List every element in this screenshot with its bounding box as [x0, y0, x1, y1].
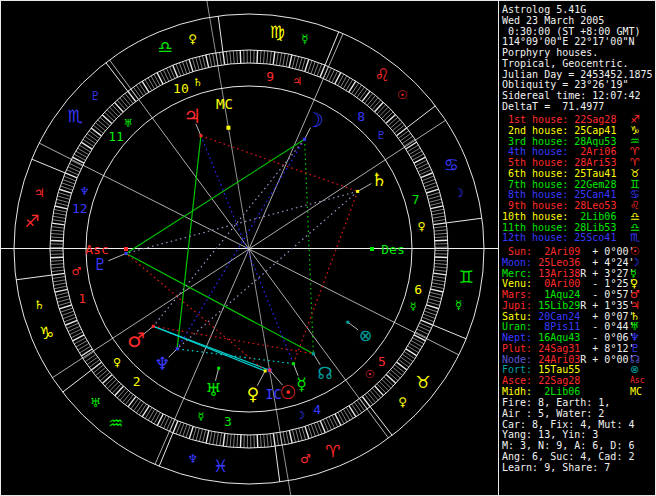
- summary-line: Learn: 9, Share: 7: [502, 463, 610, 473]
- sign-glyph-scorpio: ♏: [68, 106, 83, 126]
- house-ruler-glyph-neptune: ♆: [80, 185, 90, 198]
- axis-label-des: Des: [381, 242, 404, 257]
- planet-glyph-mercury: ☿: [296, 374, 306, 394]
- summary-line: Ang: 6, Suc: 4, Cad: 2: [502, 452, 634, 462]
- chart-wheel[interactable]: ♈♂♉♀♊☿♋☽♌☉♍☿♎♀♏♇♐♃♑♄♒♅♓♆1♂2♀3☿4☽5☉6☿7♀8♇…: [1, 1, 498, 496]
- planet-dot-node: [312, 352, 315, 355]
- planet-glyph-node: ☊: [317, 363, 332, 383]
- axis-label-mc: MC: [216, 96, 233, 112]
- planet-dot-venus: [264, 369, 267, 372]
- house-number-10: 10: [173, 81, 189, 96]
- degree-tick: [435, 257, 448, 258]
- house-number-7: 7: [412, 192, 420, 207]
- axis-label-asc: Asc: [85, 242, 108, 257]
- planet-dot-saturn: [356, 190, 359, 193]
- header-line: Wed 23 March 2005: [502, 16, 604, 26]
- planet-dot-moon: [303, 138, 306, 141]
- planet-glyph-mars: ♂: [127, 328, 145, 352]
- degree-tick: [257, 435, 258, 448]
- planet-row: Uran: 8Pis11 - 0°44': [502, 322, 634, 332]
- house-row: 10th house: 2Lib06: [502, 212, 616, 222]
- sign-glyph-taurus: ♉: [415, 372, 430, 392]
- sign-ruler-glyph-jupiter: ♃: [34, 186, 45, 200]
- house-row: 8th house: 25Can41: [502, 190, 616, 200]
- sign-ruler-glyph-uranus: ♅: [90, 396, 101, 410]
- header-line: Tropical, Geocentric.: [502, 59, 628, 69]
- sign-glyph-pisces: ♓: [213, 456, 228, 476]
- sign-glyph-cancer: ♋: [444, 155, 459, 175]
- planet-glyph-neptune: ♆: [154, 353, 170, 374]
- planet-glyph-saturn: ♄: [371, 169, 387, 190]
- des-dot: [370, 247, 374, 251]
- house-number-8: 8: [357, 109, 365, 124]
- house-ruler-glyph-mercury: ☿: [410, 300, 417, 313]
- house-row: 2nd house: 25Cap41: [502, 126, 616, 136]
- planet-row: Venu: 0Ari00 - 1°25': [502, 279, 634, 289]
- header-line: 114°09'00"E 22°17'00"N: [502, 37, 634, 47]
- house-number-3: 3: [224, 414, 232, 429]
- planet-dot-sun: [268, 369, 271, 372]
- house-number-1: 1: [78, 291, 86, 306]
- house-row: 5th house: 28Ari53: [502, 158, 616, 168]
- house-ruler-glyph-pluto: ♇: [376, 129, 386, 142]
- mc-dot: [226, 126, 230, 130]
- planet-glyph-sun: ☉: [280, 381, 297, 403]
- sign-glyph-gemini: ♊: [459, 267, 474, 287]
- planet-dot-mars: [152, 325, 155, 328]
- header-line: Porphyry houses.: [502, 48, 598, 58]
- astrolog-window: ♈♂♉♀♊☿♋☽♌☉♍☿♎♀♏♇♐♃♑♄♒♅♓♆1♂2♀3☿4☽5☉6☿7♀8♇…: [0, 0, 656, 496]
- summary-line: Yang: 13, Yin: 3: [502, 430, 598, 440]
- degree-tick: [50, 240, 63, 241]
- planet-glyph-moon: ☽: [306, 108, 324, 132]
- sign-ruler-glyph-moon: ☽: [453, 186, 464, 200]
- planet-glyph: Asc: [630, 376, 644, 386]
- header-line: Obliquity = 23°26'19": [502, 80, 628, 90]
- sign-ruler-glyph-venus: ♀: [188, 32, 197, 46]
- planet-glyph: ⊗: [630, 365, 639, 375]
- sign-glyph: ♏: [630, 233, 640, 243]
- house-row: 9th house: 28Leo53: [502, 201, 616, 211]
- planet-row: Fort: 15Tau55: [502, 365, 586, 375]
- sign-ruler-glyph-mars: ♂: [300, 452, 311, 466]
- header-line: Sidereal time: 12:07:42: [502, 91, 640, 101]
- degree-tick: [435, 240, 448, 241]
- planet-dot-uranus: [217, 367, 220, 370]
- house-number-4: 4: [313, 402, 321, 417]
- house-number-9: 9: [266, 69, 274, 84]
- house-ruler-glyph-jupiter: ♃: [292, 75, 302, 88]
- info-panel: Astrolog 5.41GWed 23 March 2005 0:30:00 …: [502, 1, 656, 496]
- house-ruler-glyph-mars: ♂: [72, 265, 82, 278]
- sign-glyph-virgo: ♍: [270, 22, 285, 42]
- planet-row: Nept: 16Aqu43 - 0°06': [502, 333, 634, 343]
- summary-line: Fire: 8, Earth: 1,: [502, 398, 610, 408]
- summary-line: Air : 5, Water: 2: [502, 409, 604, 419]
- house-number-5: 5: [378, 354, 386, 369]
- sign-glyph-aquarius: ♒: [108, 413, 123, 433]
- house-number-11: 11: [108, 129, 124, 144]
- sign-ruler-glyph-neptune: ♆: [188, 452, 199, 466]
- sign-ruler-glyph-mercury: ☿: [301, 32, 308, 46]
- planet-row: Midh: 2Lib06: [502, 387, 586, 397]
- house-ruler-glyph-venus: ♀: [417, 220, 425, 233]
- degree-tick: [240, 435, 241, 448]
- house-row: 1st house: 22Sag28: [502, 115, 616, 125]
- degree-tick: [240, 50, 241, 63]
- planet-dot-jupiter: [199, 134, 202, 137]
- sign-glyph-leo: ♌: [375, 65, 390, 85]
- planet-dot-neptune: [176, 347, 179, 350]
- house-number-2: 2: [133, 374, 141, 389]
- panel-divider: [498, 1, 499, 496]
- planet-glyph-jupiter: ♃: [183, 104, 201, 128]
- degree-tick: [257, 50, 258, 63]
- planet-dot-mercury: [292, 362, 295, 365]
- sign-glyph-capricorn: ♑: [39, 323, 54, 343]
- house-ruler-glyph-saturn: ♄: [193, 76, 203, 89]
- planet-glyph-fortune: ⊗: [359, 326, 372, 345]
- house-number-12: 12: [72, 201, 88, 216]
- sign-ruler-glyph-mercury: ☿: [455, 298, 462, 312]
- sign-ruler-glyph-venus: ♀: [398, 395, 407, 409]
- planet-glyph-pluto: ♇: [93, 255, 107, 274]
- sign-ruler-glyph-saturn: ♄: [34, 298, 45, 312]
- house-row: 4th house: 2Ari06: [502, 147, 616, 157]
- house-ruler-glyph-mercury: ☿: [197, 410, 204, 423]
